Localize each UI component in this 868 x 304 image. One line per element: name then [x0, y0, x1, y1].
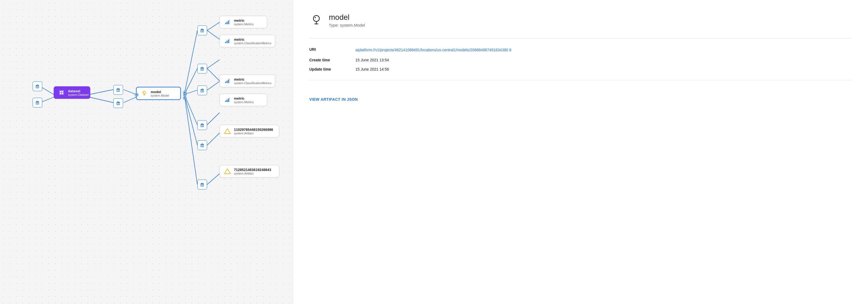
- svg-rect-73: [228, 99, 229, 102]
- svg-rect-67: [225, 82, 226, 83]
- artifact2-subtitle: system.Artifact: [234, 172, 271, 175]
- metric4-node[interactable]: metric system.Metrics: [220, 94, 267, 106]
- svg-point-37: [143, 91, 146, 94]
- svg-line-3: [89, 97, 113, 103]
- svg-point-82: [315, 17, 316, 18]
- uri-label: URI: [309, 47, 345, 52]
- svg-rect-59: [225, 23, 226, 24]
- svg-rect-70: [229, 78, 230, 83]
- svg-rect-72: [227, 100, 227, 102]
- svg-line-17: [207, 113, 220, 125]
- metric-icon-3: [224, 77, 231, 85]
- artifact1-node[interactable]: 11029765448150266986 system.Artifact: [220, 125, 279, 137]
- metric-icon-1: [224, 18, 231, 26]
- mid-connector-top[interactable]: [113, 85, 123, 95]
- right-connector-3[interactable]: [197, 85, 207, 95]
- artifact-icon-1: [224, 127, 231, 135]
- model-right-dot-3: [184, 93, 186, 96]
- right-connector-4[interactable]: [197, 120, 207, 130]
- detail-header: model Type: system.Model: [309, 13, 852, 27]
- create-time-label: Create time: [309, 58, 345, 62]
- artifact1-subtitle: system.Artifact: [234, 132, 273, 135]
- view-json-button[interactable]: VIEW ARTIFACT IN JSON: [309, 97, 358, 102]
- cube-icon: [200, 66, 205, 71]
- right-connector-5[interactable]: [197, 140, 207, 150]
- cube-icon: [200, 28, 205, 33]
- cube-icon: [35, 84, 40, 89]
- dataset-icon: [58, 89, 65, 96]
- metric1-title: metric: [234, 19, 254, 23]
- svg-line-8: [184, 90, 197, 94]
- cube-icon: [116, 87, 121, 92]
- dataset-subtitle: system.Dataset: [68, 93, 89, 96]
- svg-rect-66: [229, 38, 230, 43]
- model-node[interactable]: model system.Model: [136, 87, 181, 100]
- svg-line-5: [124, 97, 136, 103]
- svg-line-6: [184, 30, 197, 94]
- mid-connector-bottom[interactable]: [113, 98, 123, 108]
- svg-marker-75: [224, 129, 230, 134]
- left-connector-top[interactable]: [33, 81, 42, 91]
- metric3-subtitle: system.ClassificationMetrics: [234, 81, 271, 85]
- metric2-node[interactable]: metric system.ClassificationMetrics: [220, 35, 275, 47]
- detail-divider-2: [309, 80, 852, 80]
- cube-icon: [200, 143, 205, 148]
- model-icon: [141, 89, 148, 97]
- metric-icon-2: [224, 37, 231, 45]
- model-left-dot: [135, 93, 138, 96]
- svg-rect-62: [229, 20, 230, 24]
- update-time-label: Update time: [309, 67, 345, 72]
- metric2-subtitle: system.ClassificationMetrics: [234, 42, 271, 45]
- dataset-node[interactable]: dataset system.Dataset: [54, 86, 90, 99]
- svg-rect-71: [225, 101, 226, 102]
- svg-rect-60: [227, 22, 227, 24]
- left-connector-bottom[interactable]: [33, 98, 42, 108]
- detail-model-icon: [309, 13, 323, 27]
- svg-rect-69: [228, 80, 229, 83]
- metric3-title: metric: [234, 77, 271, 81]
- artifact2-node[interactable]: 7128521483619248843 system.Artifact: [220, 165, 279, 177]
- artifact2-title: 7128521483619248843: [234, 168, 271, 172]
- right-connector-2[interactable]: [197, 64, 207, 74]
- svg-marker-77: [224, 169, 230, 174]
- create-time-value: 15 June 2021 13:54: [355, 58, 389, 62]
- cube-icon: [35, 100, 40, 105]
- update-time-value: 15 June 2021 14:56: [355, 67, 389, 72]
- uri-link[interactable]: aiplatform://v1/projects/462141068491/lo…: [355, 47, 511, 53]
- svg-line-19: [207, 174, 220, 185]
- create-time-row: Create time 15 June 2021 13:54: [309, 58, 852, 62]
- metric2-title: metric: [234, 37, 271, 42]
- metric-icon-4: [224, 96, 231, 104]
- artifact1-title: 11029765448150266986: [234, 128, 273, 132]
- dataset-title: dataset: [68, 89, 89, 93]
- graph-canvas: dataset system.Dataset model: [0, 0, 293, 304]
- cube-icon: [200, 182, 205, 187]
- metric1-node[interactable]: metric system.Metrics: [220, 16, 267, 28]
- svg-rect-29: [60, 93, 61, 94]
- update-time-row: Update time 15 June 2021 14:56: [309, 67, 852, 72]
- detail-title-wrap: model Type: system.Model: [329, 13, 365, 27]
- model-right-dot-2: [184, 96, 186, 99]
- svg-line-11: [184, 94, 197, 185]
- artifact-icon-2: [224, 167, 231, 175]
- svg-line-10: [184, 94, 197, 145]
- detail-panel: model Type: system.Model URI aiplatform:…: [293, 0, 868, 304]
- svg-line-15: [207, 68, 220, 81]
- svg-rect-65: [228, 39, 229, 43]
- svg-rect-68: [227, 81, 227, 83]
- svg-rect-63: [225, 42, 226, 43]
- model-title: model: [151, 90, 169, 94]
- svg-rect-26: [59, 90, 64, 95]
- svg-line-13: [207, 30, 220, 39]
- svg-line-12: [207, 22, 220, 30]
- metric4-subtitle: system.Metrics: [234, 101, 254, 104]
- svg-rect-61: [228, 21, 229, 24]
- right-connector-1[interactable]: [197, 26, 207, 35]
- metric4-title: metric: [234, 96, 254, 101]
- detail-model-title: model: [329, 13, 365, 22]
- metric1-subtitle: system.Metrics: [234, 23, 254, 26]
- metric3-node[interactable]: metric system.ClassificationMetrics: [220, 75, 275, 87]
- cube-icon: [200, 123, 205, 128]
- right-connector-6[interactable]: [197, 180, 207, 190]
- svg-point-79: [313, 16, 319, 22]
